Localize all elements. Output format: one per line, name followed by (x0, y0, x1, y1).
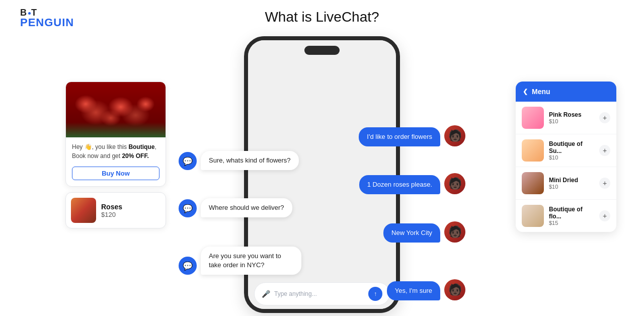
menu-item-name-2: Mini Dried (549, 177, 594, 184)
logo-penguin: PENGUIN (20, 17, 74, 28)
menu-item-name-1: Boutique of Su... (549, 140, 594, 154)
product-info: Roses $120 (101, 203, 122, 218)
card-description: Hey 👋, you like this Boutique, Book now … (66, 137, 166, 164)
user-bubble-2: 🧑🏿 1 Dozen roses please. (359, 173, 465, 194)
user-message-1: I'd like to order flowers (359, 127, 440, 146)
camera-pill (304, 46, 340, 55)
menu-item-img-0 (522, 107, 544, 129)
send-button[interactable]: ↑ (368, 287, 382, 301)
mic-icon: 🎤 (262, 290, 270, 298)
menu-item-add-2[interactable]: + (599, 178, 610, 189)
bot-message-1: Sure, whats kind of flowers? (201, 151, 299, 170)
main-content: Hey 👋, you like this Boutique, Book now … (0, 41, 644, 312)
bot-message-2: Where should we deliver? (201, 198, 292, 217)
menu-item-add-0[interactable]: + (599, 112, 610, 123)
phone-notch (248, 40, 396, 60)
user-bubble-3: 🧑🏿 New York City (383, 221, 465, 243)
menu-item-0: Pink Roses $10 + (516, 102, 616, 134)
roses-product-card: Roses $120 (65, 192, 166, 228)
menu-item-img-2 (522, 172, 544, 194)
bot-bubble-2: 💬 Where should we deliver? (179, 198, 292, 217)
phone-input-bar: 🎤 Type anything... ↑ (248, 279, 396, 309)
menu-item-info-0: Pink Roses $10 (549, 111, 594, 124)
menu-item-img-1 (522, 139, 544, 162)
product-price: $120 (101, 211, 122, 218)
bot-avatar-3: 💬 (179, 257, 197, 275)
bot-avatar-2: 💬 (179, 199, 197, 217)
chat-input-field[interactable]: 🎤 Type anything... ↑ (254, 282, 390, 305)
menu-item-info-3: Boutique of flo... $15 (549, 206, 594, 226)
user-avatar-3: 🧑🏿 (444, 221, 465, 243)
product-thumbnail (71, 198, 96, 223)
card-image (66, 82, 166, 137)
menu-item-3: Boutique of flo... $15 + (516, 200, 616, 232)
menu-item-img-3 (522, 205, 544, 227)
menu-item-add-3[interactable]: + (599, 210, 610, 221)
user-message-3: New York City (383, 223, 440, 243)
page-title: What is LiveChat? (265, 9, 379, 25)
user-bubble-1: 🧑🏿 I'd like to order flowers (359, 125, 465, 146)
boutique-card: Hey 👋, you like this Boutique, Book now … (65, 82, 166, 187)
user-avatar-2: 🧑🏿 (444, 173, 465, 194)
menu-item-info-1: Boutique of Su... $10 (549, 140, 594, 161)
menu-title: Menu (532, 88, 550, 96)
menu-item-name-0: Pink Roses (549, 111, 594, 118)
bot-bubble-1: 💬 Sure, whats kind of flowers? (179, 151, 299, 170)
product-name: Roses (101, 203, 122, 211)
bot-avatar-1: 💬 (179, 152, 197, 170)
menu-item-price-1: $10 (549, 154, 594, 161)
menu-back-icon[interactable]: ❮ (523, 88, 528, 95)
user-message-4: Yes, I'm sure (387, 281, 440, 300)
menu-item-price-3: $15 (549, 220, 594, 226)
menu-item-2: Mini Dried $10 + (516, 167, 616, 200)
menu-item-price-0: $10 (549, 118, 594, 124)
menu-item-info-2: Mini Dried $10 (549, 177, 594, 190)
menu-item-price-2: $10 (549, 184, 594, 190)
user-avatar-4: 🧑🏿 (444, 279, 465, 300)
bot-message-3: Are you sure you want to take order in N… (201, 247, 301, 275)
user-avatar-1: 🧑🏿 (444, 125, 465, 146)
menu-item-add-1[interactable]: + (599, 145, 610, 156)
header: BT PENGUIN What is LiveChat? (0, 0, 644, 36)
buy-now-button[interactable]: Buy Now (72, 167, 159, 180)
menu-header: ❮ Menu (516, 82, 616, 102)
menu-item-1: Boutique of Su... $10 + (516, 134, 616, 167)
menu-card: ❮ Menu Pink Roses $10 + Boutique of Su..… (516, 82, 616, 232)
user-message-2: 1 Dozen roses please. (359, 175, 440, 194)
bot-bubble-3: 💬 Are you sure you want to take order in… (179, 247, 301, 275)
user-bubble-4: 🧑🏿 Yes, I'm sure (387, 279, 465, 300)
menu-item-name-3: Boutique of flo... (549, 206, 594, 220)
logo: BT PENGUIN (20, 8, 74, 28)
input-placeholder: Type anything... (274, 290, 364, 297)
